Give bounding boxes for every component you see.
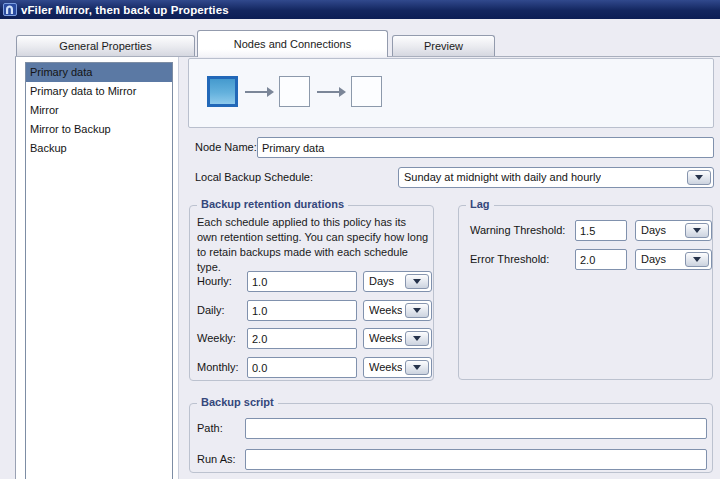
- monthly-unit-combobox[interactable]: Weeks: [363, 357, 432, 378]
- diagram-node-primary-data[interactable]: [207, 76, 238, 107]
- node-name-input[interactable]: [257, 137, 714, 158]
- node-listbox[interactable]: Primary data Primary data to Mirror Mirr…: [25, 62, 173, 479]
- daily-unit-combobox[interactable]: Weeks: [363, 300, 432, 321]
- tab-label: Preview: [424, 40, 463, 52]
- chevron-down-icon: [413, 336, 421, 341]
- arrow-right-icon: [244, 86, 274, 98]
- topology-diagram: [188, 58, 714, 128]
- hourly-unit-value: Days: [369, 272, 394, 291]
- warning-unit-dropdown-button[interactable]: [685, 223, 709, 238]
- retention-description: Each schedule applied to this policy has…: [197, 215, 429, 275]
- chevron-down-icon: [413, 365, 421, 370]
- chevron-down-icon: [693, 257, 701, 262]
- hourly-label: Hourly:: [197, 271, 232, 292]
- hourly-unit-dropdown-button[interactable]: [405, 274, 429, 289]
- schedule-dropdown-button[interactable]: [687, 170, 711, 185]
- list-item-backup[interactable]: Backup: [26, 139, 172, 158]
- diagram-node-mirror[interactable]: [279, 76, 310, 107]
- list-item-mirror[interactable]: Mirror: [26, 101, 172, 120]
- list-item-mirror-to-backup[interactable]: Mirror to Backup: [26, 120, 172, 139]
- chevron-down-icon: [693, 228, 701, 233]
- monthly-unit-dropdown-button[interactable]: [405, 360, 429, 375]
- schedule-label: Local Backup Schedule:: [195, 167, 313, 188]
- node-name-label: Node Name:: [195, 137, 257, 158]
- weekly-label: Weekly:: [197, 328, 236, 349]
- warning-threshold-label: Warning Threshold:: [470, 220, 565, 241]
- tab-label: General Properties: [59, 40, 151, 52]
- tab-nodes-and-connections[interactable]: Nodes and Connections: [197, 30, 388, 57]
- list-item-primary-data-to-mirror[interactable]: Primary data to Mirror: [26, 82, 172, 101]
- monthly-label: Monthly:: [197, 357, 239, 378]
- path-label: Path:: [197, 418, 223, 439]
- run-as-label: Run As:: [197, 449, 236, 470]
- warning-threshold-input[interactable]: [575, 220, 627, 241]
- tab-general-properties[interactable]: General Properties: [16, 35, 195, 56]
- chevron-down-icon: [413, 279, 421, 284]
- properties-dialog: vFiler Mirror, then back up Properties G…: [0, 0, 720, 479]
- monthly-input[interactable]: [247, 357, 357, 378]
- weekly-unit-dropdown-button[interactable]: [405, 331, 429, 346]
- schedule-value: Sunday at midnight with daily and hourly: [404, 168, 601, 187]
- panel-divider: [178, 57, 179, 479]
- error-unit-value: Days: [641, 250, 666, 269]
- diagram-node-backup[interactable]: [351, 76, 382, 107]
- weekly-input[interactable]: [247, 328, 357, 349]
- arrow-right-icon: [316, 86, 346, 98]
- daily-unit-dropdown-button[interactable]: [405, 303, 429, 318]
- app-logo-icon: [3, 3, 17, 16]
- daily-input[interactable]: [247, 300, 357, 321]
- error-threshold-input[interactable]: [575, 249, 627, 270]
- error-unit-combobox[interactable]: Days: [635, 249, 712, 270]
- error-threshold-label: Error Threshold:: [470, 249, 549, 270]
- daily-label: Daily:: [197, 300, 225, 321]
- tab-label: Nodes and Connections: [234, 38, 351, 50]
- run-as-input[interactable]: [245, 449, 707, 470]
- retention-group-title: Backup retention durations: [197, 198, 348, 210]
- hourly-input[interactable]: [247, 271, 357, 292]
- window-titlebar[interactable]: vFiler Mirror, then back up Properties: [0, 0, 720, 19]
- window-title: vFiler Mirror, then back up Properties: [21, 4, 229, 16]
- path-input[interactable]: [245, 418, 707, 439]
- monthly-unit-value: Weeks: [369, 358, 402, 377]
- weekly-unit-combobox[interactable]: Weeks: [363, 328, 432, 349]
- hourly-unit-combobox[interactable]: Days: [363, 271, 432, 292]
- backup-script-group-title: Backup script: [197, 396, 278, 408]
- weekly-unit-value: Weeks: [369, 329, 402, 348]
- error-unit-dropdown-button[interactable]: [685, 252, 709, 267]
- warning-unit-combobox[interactable]: Days: [635, 220, 712, 241]
- tab-preview[interactable]: Preview: [392, 35, 495, 56]
- chevron-down-icon: [695, 175, 703, 180]
- daily-unit-value: Weeks: [369, 301, 402, 320]
- lag-group-title: Lag: [466, 198, 494, 210]
- warning-unit-value: Days: [641, 221, 666, 240]
- list-item-primary-data[interactable]: Primary data: [26, 63, 172, 82]
- chevron-down-icon: [413, 308, 421, 313]
- schedule-combobox[interactable]: Sunday at midnight with daily and hourly: [398, 167, 714, 188]
